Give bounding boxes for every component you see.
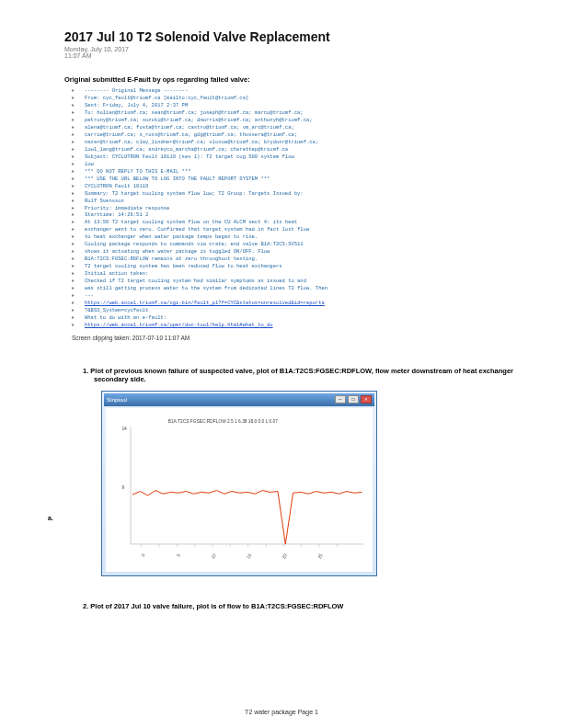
svg-text:20: 20 bbox=[282, 552, 288, 559]
plot-titlebar: Striptool – □ × bbox=[104, 393, 374, 406]
page-title: 2017 Jul 10 T2 Solenoid Valve Replacemen… bbox=[64, 29, 517, 44]
plot-window-title: Striptool bbox=[107, 397, 127, 403]
list-item-2: 2. Plot of 2017 Jul 10 valve failure, pl… bbox=[83, 602, 517, 610]
side-marker: a. bbox=[48, 515, 53, 521]
close-button[interactable]: × bbox=[361, 395, 372, 404]
svg-text:5: 5 bbox=[176, 552, 181, 557]
svg-text:10: 10 bbox=[211, 552, 217, 559]
flow-chart: B1A:T2CS:FGSEC:RDFLOW 2.5 1 6.38 18.0 0.… bbox=[106, 408, 373, 572]
y-mid: 9 bbox=[121, 485, 124, 490]
series-label: B1A:T2CS:FGSEC:RDFLOW 2.5 1 6.38 18.0 0.… bbox=[168, 419, 279, 424]
help-link[interactable]: https://web.accel.triumf.ca/oper/doc-too… bbox=[85, 322, 273, 329]
y-max: 14 bbox=[121, 427, 127, 431]
list-item-1: 1. Plot of previous known failure of sus… bbox=[83, 367, 517, 383]
svg-text:25: 25 bbox=[317, 552, 324, 559]
x-tick-labels: 0 5 10 15 20 25 bbox=[141, 552, 324, 559]
clip-caption: Screen clipping taken: 2017-07-10 11:07 … bbox=[72, 335, 517, 341]
maximize-button[interactable]: □ bbox=[348, 395, 359, 404]
minimize-button[interactable]: – bbox=[335, 395, 346, 404]
time: 11:07 AM bbox=[64, 52, 517, 59]
section-efault-label: Original submitted E-Fault by ops regard… bbox=[64, 75, 517, 84]
svg-text:0: 0 bbox=[141, 552, 146, 557]
flow-series bbox=[132, 491, 362, 544]
page-footer: T2 water package Page 1 bbox=[0, 709, 563, 715]
svg-text:15: 15 bbox=[246, 552, 252, 559]
date: Monday, July 10, 2017 bbox=[64, 46, 517, 52]
plot-window: Striptool – □ × B1A:T2CS:FGSEC:RDFLOW 2.… bbox=[101, 391, 377, 576]
plot-area: B1A:T2CS:FGSEC:RDFLOW 2.5 1 6.38 18.0 0.… bbox=[106, 408, 373, 572]
fault-report-link[interactable]: https://web.accel.triumf.ca/cgi-bin/faul… bbox=[85, 300, 325, 307]
email-clipping: ▸-------- Original Message -------- ▸Fro… bbox=[72, 87, 517, 329]
